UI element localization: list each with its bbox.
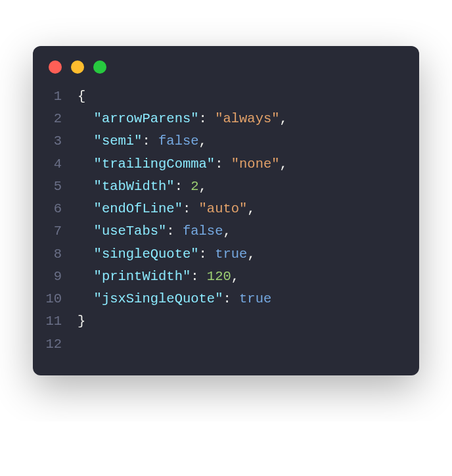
token-whitespace — [78, 133, 94, 149]
token-whitespace — [78, 224, 94, 239]
token-whitespace — [78, 291, 94, 306]
code-line: 10 "jsxSingleQuote": true — [33, 288, 419, 310]
line-content: "singleQuote": true, — [78, 243, 256, 266]
token-key: "tabWidth" — [94, 179, 175, 194]
token-punct: : — [166, 224, 183, 239]
line-number: 2 — [33, 108, 78, 130]
line-content: } — [78, 310, 85, 333]
token-key: "useTabs" — [94, 224, 167, 239]
token-boolean: true — [215, 247, 247, 262]
token-punct: : — [223, 291, 239, 306]
line-content: "trailingComma": "none", — [78, 153, 288, 176]
token-punct: , — [280, 156, 288, 172]
close-icon[interactable] — [49, 60, 62, 74]
token-whitespace — [78, 179, 94, 194]
token-key: "trailingComma" — [94, 156, 215, 172]
line-content: "semi": false, — [78, 130, 207, 153]
code-line: 4 "trailingComma": "none", — [33, 153, 419, 176]
code-line: 5 "tabWidth": 2, — [33, 176, 419, 198]
token-whitespace — [78, 156, 94, 172]
line-number: 9 — [33, 266, 78, 288]
token-string: "auto" — [199, 201, 248, 216]
code-line: 3 "semi": false, — [33, 130, 419, 153]
line-content: "tabWidth": 2, — [78, 176, 207, 198]
token-whitespace — [78, 247, 94, 262]
line-content: "arrowParens": "always", — [78, 108, 288, 130]
code-line: 8 "singleQuote": true, — [33, 243, 419, 266]
token-punct: : — [191, 269, 207, 284]
token-string: "always" — [215, 111, 279, 126]
token-key: "singleQuote" — [94, 247, 199, 262]
token-whitespace — [78, 201, 94, 216]
token-punct: : — [183, 201, 199, 216]
code-line: 7 "useTabs": false, — [33, 220, 419, 243]
line-content: "jsxSingleQuote": true — [78, 288, 271, 310]
token-punct: , — [247, 247, 255, 262]
token-boolean: false — [183, 224, 223, 239]
token-key: "arrowParens" — [94, 111, 199, 126]
token-punct: { — [78, 89, 85, 104]
code-line: 6 "endOfLine": "auto", — [33, 198, 419, 220]
token-punct: , — [223, 224, 231, 239]
line-number: 1 — [33, 85, 78, 108]
token-boolean: false — [158, 133, 199, 149]
line-number: 5 — [33, 176, 78, 198]
token-punct: : — [175, 179, 191, 194]
line-number: 11 — [33, 310, 78, 333]
line-content: "useTabs": false, — [78, 220, 231, 243]
code-line: 2 "arrowParens": "always", — [33, 108, 419, 130]
line-number: 7 — [33, 220, 78, 243]
token-punct: : — [215, 156, 231, 172]
token-number: 120 — [207, 269, 231, 284]
line-number: 4 — [33, 153, 78, 176]
token-key: "printWidth" — [94, 269, 191, 284]
token-punct: } — [78, 314, 85, 329]
code-line: 9 "printWidth": 120, — [33, 266, 419, 288]
token-number: 2 — [191, 179, 198, 194]
token-punct: , — [280, 111, 288, 126]
titlebar — [33, 60, 419, 85]
token-boolean: true — [239, 291, 271, 306]
token-key: "endOfLine" — [94, 201, 183, 216]
token-key: "jsxSingleQuote" — [94, 291, 223, 306]
token-whitespace — [78, 111, 94, 126]
code-line: 11} — [33, 310, 419, 333]
minimize-icon[interactable] — [71, 60, 84, 74]
line-number: 8 — [33, 243, 78, 266]
token-punct: : — [142, 133, 158, 149]
editor-window: 1{2 "arrowParens": "always",3 "semi": fa… — [33, 46, 419, 375]
token-punct: , — [199, 133, 207, 149]
token-whitespace — [78, 269, 94, 284]
code-line: 12 — [33, 333, 419, 356]
token-punct: : — [199, 111, 215, 126]
token-punct: , — [231, 269, 239, 284]
token-punct: : — [199, 247, 215, 262]
code-line: 1{ — [33, 85, 419, 108]
code-area[interactable]: 1{2 "arrowParens": "always",3 "semi": fa… — [33, 85, 419, 356]
line-content: "endOfLine": "auto", — [78, 198, 256, 220]
line-content: "printWidth": 120, — [78, 266, 239, 288]
line-content: { — [78, 85, 85, 108]
line-number: 12 — [33, 333, 78, 356]
token-punct: , — [247, 201, 255, 216]
maximize-icon[interactable] — [93, 60, 106, 74]
token-string: "none" — [231, 156, 280, 172]
line-number: 6 — [33, 198, 78, 220]
line-number: 10 — [33, 288, 78, 310]
token-key: "semi" — [94, 133, 143, 149]
line-number: 3 — [33, 130, 78, 153]
token-punct: , — [199, 179, 207, 194]
